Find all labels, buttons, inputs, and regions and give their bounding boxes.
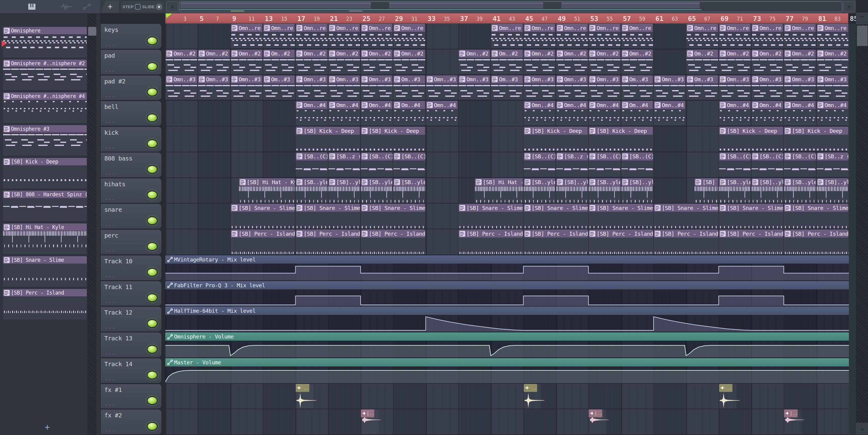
track-mute-led[interactable] (147, 36, 158, 45)
track-header-808-bass[interactable]: 808 bass... (101, 153, 161, 178)
playlist-row-Track-14[interactable]: Master - Volume (165, 358, 849, 384)
pattern-clip[interactable]: Omn..#4 (784, 101, 815, 126)
track-options[interactable]: ... (105, 41, 116, 47)
track-header-pad[interactable]: pad... (101, 50, 161, 74)
track-header-bell[interactable]: bell... (101, 101, 161, 126)
pattern-clip[interactable]: [SB] Perc - Island (589, 230, 653, 254)
pattern-clip[interactable]: Omn..#2 (817, 50, 848, 74)
pattern-clip[interactable]: Om..#3 (393, 75, 425, 100)
pattern-clip[interactable]: Omn..re (231, 24, 262, 49)
pattern-clip[interactable]: [SB]..yle (751, 178, 783, 203)
pattern-card-header[interactable]: [SB] 808 - Hardest Spinz (C) (3, 191, 87, 198)
track-header-Track-13[interactable]: Track 13... (101, 333, 161, 358)
track-mute-led[interactable] (147, 88, 158, 96)
pattern-clip[interactable]: [SB..(C) (393, 153, 425, 177)
pattern-clip[interactable]: Omn..re (719, 24, 751, 49)
pattern-clip[interactable]: [SB] Snare - Slime (361, 204, 425, 228)
pattern-card[interactable]: [SB] Perc - Island (3, 289, 87, 320)
pattern-clip[interactable]: [SB] Snare - Slime (719, 204, 783, 228)
pattern-clip[interactable]: Omn..re (751, 24, 783, 49)
pattern-clip[interactable]: Omn..#3 (165, 75, 197, 100)
track-options[interactable]: ... (105, 376, 116, 381)
automation-curve-area[interactable] (165, 289, 849, 306)
track-header-keys[interactable]: keys... (101, 24, 161, 49)
pattern-clip[interactable]: [SB] Perc - Island (296, 230, 360, 254)
pattern-clip[interactable]: Omn..#4 (361, 101, 393, 126)
track-header-Track-14[interactable]: Track 14... (101, 358, 161, 383)
audio-wave-icon[interactable] (60, 3, 72, 10)
pattern-clip[interactable]: [SB] Hi Hat - Kyle (239, 178, 295, 203)
track-options[interactable]: ... (105, 195, 116, 201)
pattern-clip[interactable]: Omn..re (556, 24, 588, 49)
pattern-clip[interactable]: Omn..re (393, 24, 425, 49)
pattern-clip[interactable]: [SB..yle (784, 178, 815, 203)
track-mute-led[interactable] (147, 319, 158, 328)
track-mute-led[interactable] (147, 396, 158, 405)
playlist-row-kick[interactable]: [SB] Kick - Deep[SB] Kick - Deep[SB] Kic… (165, 126, 849, 152)
pattern-clip[interactable]: [SB..yle (296, 178, 327, 203)
add-track-tab[interactable]: + (101, 1, 119, 13)
automation-link-icon[interactable] (83, 3, 92, 10)
pattern-clip[interactable]: Omn..#4 (719, 101, 751, 126)
track-options[interactable]: ... (105, 324, 116, 330)
track-header-Track-12[interactable]: Track 12... (101, 307, 161, 332)
track-mute-led[interactable] (147, 422, 158, 431)
pattern-clip[interactable]: [SB..(C) (751, 153, 783, 177)
track-options[interactable]: ... (105, 401, 116, 407)
pattern-clip[interactable]: [SB..yle (524, 178, 555, 203)
pattern-clip[interactable]: [SB] Kick - Deep (719, 127, 783, 151)
track-options[interactable]: ... (105, 67, 116, 73)
pattern-clip[interactable]: [SB..(C) (296, 153, 327, 177)
pattern-clip[interactable]: [SB] Kick - Deep (524, 127, 588, 151)
pattern-clip[interactable]: Omn..#4 (817, 101, 848, 126)
pattern-clip[interactable]: [SB]..yle (556, 178, 588, 203)
track-mute-led[interactable] (147, 242, 158, 251)
pattern-clip[interactable]: [SB..(C) (361, 153, 393, 177)
track-options[interactable]: ... (105, 170, 116, 176)
audio-clip-header[interactable]: .. (719, 384, 733, 392)
pattern-clip[interactable]: [SB..yle (393, 178, 425, 203)
add-pattern-button[interactable]: + (41, 422, 53, 433)
pattern-clip[interactable]: Omn..#2 (198, 50, 229, 74)
pattern-clip[interactable]: Omn..re (817, 24, 848, 49)
audio-clip-header[interactable]: .. (296, 384, 309, 392)
pattern-clip[interactable]: Omn..#3 (589, 75, 620, 100)
playlist-row-Track-12[interactable]: HalfTime-64bit - Mix level (165, 306, 849, 332)
pattern-clip[interactable]: Omn..#3 (556, 75, 588, 100)
automation-curve-area[interactable] (165, 367, 849, 383)
pattern-card-header[interactable]: Omnisphere #3 (3, 125, 87, 132)
track-mute-led[interactable] (147, 216, 158, 225)
track-options[interactable]: ... (105, 118, 116, 124)
pattern-clip[interactable]: Omn..#4 (556, 101, 588, 126)
pattern-clip[interactable]: Omn..#2 (459, 50, 490, 74)
pattern-clip[interactable]: Om..#3 (621, 75, 653, 100)
pattern-clip[interactable]: [SB..(C) (784, 153, 815, 177)
pattern-clip[interactable]: Om..#4 (621, 101, 653, 126)
pattern-clip[interactable]: [SB] Perc - Island (361, 230, 425, 254)
pattern-clip[interactable]: Omn..#3 (751, 75, 783, 100)
playlist-row-Track-10[interactable]: MVintageRotary - Mix level (165, 255, 849, 281)
pattern-clip[interactable]: Omn..#2 (296, 50, 327, 74)
track-header-fx-#1[interactable]: fx #1... (101, 384, 161, 409)
track-options[interactable]: ... (105, 93, 116, 98)
pattern-card-header[interactable]: Omnisphere #..nisphere #4 (3, 93, 87, 100)
track-header-Track-10[interactable]: Track 10... (101, 255, 161, 280)
pattern-clip[interactable]: [SB] Perc - Island (231, 230, 295, 254)
pattern-clip[interactable]: Omn..#4 (589, 101, 620, 126)
vertical-scroll-track[interactable] (856, 24, 868, 422)
track-options[interactable]: ... (105, 298, 116, 304)
track-header-hihats[interactable]: hihats... (101, 178, 161, 203)
playlist-row-808-bass[interactable]: [SB..(C)[SB..z (C)[SB..(C)[SB..(C)[SB..(… (165, 152, 849, 178)
track-mute-led[interactable] (147, 190, 158, 199)
pattern-clip[interactable]: [SB]..yle (817, 178, 848, 203)
automation-curve-area[interactable] (165, 263, 849, 280)
pattern-card[interactable]: [SB] Hi Hat - Kyle (3, 224, 87, 254)
pattern-clip[interactable]: [SB] Snare - Slime (459, 204, 523, 228)
pattern-clip[interactable]: [SB] Snare - Slime (654, 204, 718, 228)
playlist-row-Track-11[interactable]: FabFilter Pro-Q 3 - Mix level (165, 281, 849, 307)
scroll-left-button[interactable]: ‹ (166, 2, 178, 12)
pattern-card-header[interactable]: [SB] Hi Hat - Kyle (3, 224, 87, 231)
track-header-fx-#2[interactable]: fx #2... (101, 409, 161, 434)
track-mute-led[interactable] (147, 114, 158, 122)
pattern-clip[interactable]: Om..#4 (393, 101, 425, 126)
